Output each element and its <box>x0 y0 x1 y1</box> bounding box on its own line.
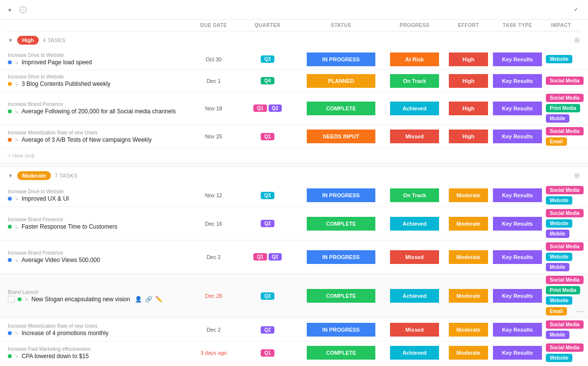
impact-tag[interactable]: Website <box>546 296 572 305</box>
effort-cell[interactable]: Moderate <box>444 188 493 202</box>
impact-tag[interactable]: Mobile <box>546 114 569 123</box>
task-row[interactable]: Increase Monetization Rate of new Users … <box>0 318 588 341</box>
quarter-badge[interactable]: Q1 <box>253 253 267 261</box>
effort-badge[interactable]: Moderate <box>449 323 488 337</box>
impact-tag[interactable]: Social Media <box>546 343 584 352</box>
status-cell[interactable]: COMPLETE <box>297 346 385 360</box>
effort-cell[interactable]: Moderate <box>444 323 493 337</box>
progress-cell[interactable]: Missed <box>385 250 444 264</box>
status-badge[interactable]: IN PROGRESS <box>307 323 375 337</box>
task-type-badge[interactable]: Key Results <box>493 74 542 88</box>
progress-badge[interactable]: Achieved <box>390 289 439 303</box>
impact-tag[interactable]: Print Media <box>546 286 580 294</box>
impact-tag[interactable]: Email <box>546 307 567 315</box>
task-type-badge[interactable]: Key Results <box>493 346 542 360</box>
effort-badge[interactable]: Moderate <box>449 250 488 264</box>
progress-badge[interactable]: Achieved <box>390 346 439 360</box>
task-row[interactable]: Brand Launch ↳ New Slogan encapsulating … <box>0 274 588 318</box>
progress-badge[interactable]: Missed <box>390 323 439 337</box>
impact-tag[interactable]: Website <box>546 55 572 63</box>
status-cell[interactable]: COMPLETE <box>297 289 385 303</box>
task-row[interactable]: Increase Drive to Website ↳ 3 Blog Conte… <box>0 70 588 92</box>
impact-tag[interactable]: Website <box>546 219 572 228</box>
progress-badge[interactable]: Achieved <box>390 217 439 231</box>
status-cell[interactable]: IN PROGRESS <box>297 188 385 202</box>
status-badge[interactable]: COMPLETE <box>307 102 375 115</box>
impact-tag[interactable]: Social Media <box>546 320 584 329</box>
progress-cell[interactable]: Missed <box>385 323 444 337</box>
effort-badge[interactable]: High <box>449 130 488 143</box>
new-task-link[interactable]: + New task <box>8 153 35 158</box>
impact-tag[interactable]: Social Media <box>546 242 584 251</box>
progress-badge[interactable]: Missed <box>390 250 439 264</box>
task-row[interactable]: Increase Monetization Rate of new Users … <box>0 125 588 148</box>
assign-icon[interactable]: 👤 <box>135 296 142 303</box>
status-badge[interactable]: COMPLETE <box>307 217 375 231</box>
task-checkbox[interactable] <box>8 296 15 303</box>
hide-closed-button[interactable]: ✓ <box>574 6 580 13</box>
task-row[interactable]: Increase Brand Presence ↳ Average Video … <box>0 240 588 274</box>
task-type-cell[interactable]: Key Results <box>493 289 542 303</box>
status-cell[interactable]: PLANNED <box>297 74 385 88</box>
quarter-badge[interactable]: Q3 <box>261 192 274 199</box>
status-cell[interactable]: COMPLETE <box>297 102 385 115</box>
quarter-badge[interactable]: Q2 <box>269 105 282 112</box>
task-type-cell[interactable]: Key Results <box>493 130 542 143</box>
progress-badge[interactable]: On Track <box>390 74 439 88</box>
quarter-badge[interactable]: Q3 <box>261 292 274 300</box>
status-badge[interactable]: IN PROGRESS <box>307 250 375 264</box>
task-type-cell[interactable]: Key Results <box>493 188 542 202</box>
edit-icon[interactable]: ✏️ <box>155 296 163 303</box>
impact-tag[interactable]: Social Media <box>546 186 584 194</box>
task-type-cell[interactable]: Key Results <box>493 217 542 231</box>
effort-cell[interactable]: High <box>444 130 493 143</box>
effort-cell[interactable]: High <box>444 52 493 66</box>
effort-cell[interactable]: Moderate <box>444 250 493 264</box>
quarter-badge[interactable]: Q2 <box>261 220 274 227</box>
group-header-high[interactable]: ▼ High 4 TASKS ⊕ <box>0 31 588 49</box>
task-type-badge[interactable]: Key Results <box>493 217 542 231</box>
status-cell[interactable]: NEEDS INPUT <box>297 130 385 143</box>
quarter-badge[interactable]: Q1 <box>261 349 274 357</box>
progress-cell[interactable]: Achieved <box>385 102 444 115</box>
status-cell[interactable]: IN PROGRESS <box>297 52 385 66</box>
effort-cell[interactable]: High <box>444 74 493 88</box>
task-type-badge[interactable]: Key Results <box>493 52 542 66</box>
task-type-badge[interactable]: Key Results <box>493 102 542 115</box>
impact-tag[interactable]: Social Media <box>546 94 584 102</box>
task-row[interactable]: Increase Paid Marketing effectiveness ↳ … <box>0 341 588 365</box>
impact-tag[interactable]: Social Media <box>546 77 584 85</box>
task-row[interactable]: Increase Drive to Website ↳ Improved Pag… <box>0 49 588 70</box>
effort-cell[interactable]: Moderate <box>444 217 493 231</box>
info-icon[interactable]: i <box>20 6 26 13</box>
impact-tag[interactable]: Mobile <box>546 230 569 238</box>
progress-cell[interactable]: Missed <box>385 130 444 143</box>
link-icon[interactable]: 🔗 <box>145 296 152 303</box>
quarter-badge[interactable]: Q3 <box>261 55 274 63</box>
impact-tag[interactable]: Website <box>546 196 572 205</box>
status-badge[interactable]: NEEDS INPUT <box>307 130 375 143</box>
progress-badge[interactable]: Missed <box>390 130 439 143</box>
task-type-badge[interactable]: Key Results <box>493 188 542 202</box>
status-badge[interactable]: PLANNED <box>307 74 375 88</box>
group-add-button-moderate[interactable]: ⊕ <box>574 171 580 180</box>
progress-badge[interactable]: Achieved <box>390 102 439 115</box>
status-badge[interactable]: IN PROGRESS <box>307 52 375 66</box>
impact-tag[interactable]: Social Media <box>546 127 584 135</box>
status-cell[interactable]: COMPLETE <box>297 217 385 231</box>
group-header-moderate[interactable]: ▼ Moderate 7 TASKS ⊕ <box>0 167 588 184</box>
new-task-header-button[interactable] <box>30 8 38 12</box>
effort-badge[interactable]: Moderate <box>449 188 488 202</box>
status-cell[interactable]: IN PROGRESS <box>297 250 385 264</box>
task-row[interactable]: Increase Brand Presence ↳ Average Follow… <box>0 92 588 125</box>
impact-tag[interactable]: Social Media <box>546 209 584 217</box>
effort-badge[interactable]: High <box>449 74 488 88</box>
task-row[interactable]: Increase Drive to Website ↳ Improved UX … <box>0 184 588 207</box>
status-badge[interactable]: COMPLETE <box>307 289 375 303</box>
impact-tag[interactable]: Mobile <box>546 331 569 339</box>
effort-cell[interactable]: Moderate <box>444 289 493 303</box>
progress-cell[interactable]: Achieved <box>385 346 444 360</box>
effort-badge[interactable]: High <box>449 52 488 66</box>
more-options-icon[interactable]: ⋯ <box>576 307 584 316</box>
quarter-badge[interactable]: Q1 <box>261 133 274 140</box>
